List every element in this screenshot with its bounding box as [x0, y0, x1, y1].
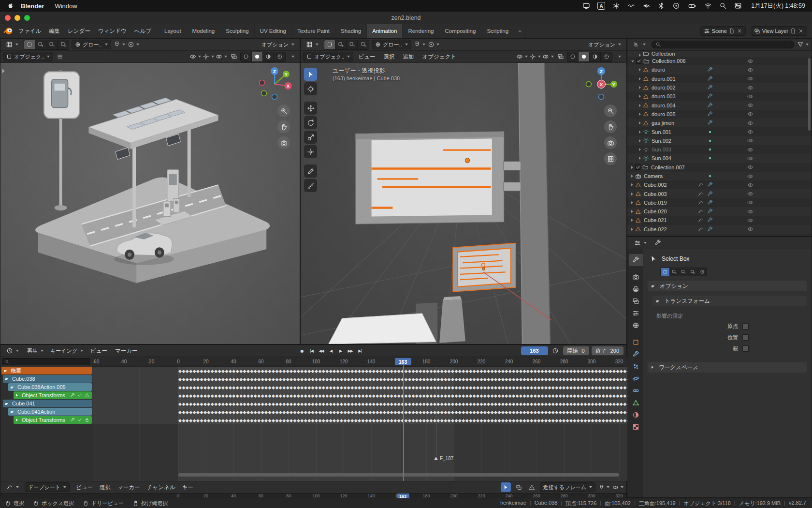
- visibility-dropdown[interactable]: [189, 52, 201, 61]
- record-dot-icon[interactable]: [672, 2, 680, 10]
- shading-wireframe[interactable]: [241, 52, 252, 61]
- dope-menu-ビュー[interactable]: ビュー: [72, 481, 96, 493]
- outliner-row-Camera[interactable]: Camera: [627, 172, 812, 180]
- outliner-row-Sun.002[interactable]: Sun.002: [627, 136, 812, 145]
- billboard-object[interactable]: [356, 132, 521, 224]
- wave-icon[interactable]: [627, 2, 635, 10]
- timeline-menu-キーイング[interactable]: キーイング: [47, 346, 86, 356]
- properties-tab-render[interactable]: [629, 271, 643, 283]
- workspace-tab-uv-editing[interactable]: UV Editing: [255, 24, 292, 38]
- dope-menu-選択[interactable]: 選択: [96, 481, 114, 493]
- expander-icon[interactable]: [631, 193, 633, 195]
- timeline-editor-type-button[interactable]: [3, 346, 22, 356]
- overlays-toggle[interactable]: [542, 52, 554, 61]
- shading-material-preview[interactable]: [590, 52, 601, 61]
- outliner-editor-type-button[interactable]: [630, 40, 649, 49]
- outliner-row-douro.004[interactable]: douro.004: [627, 101, 812, 109]
- snap-mode-dropdown[interactable]: 近接するフレーム: [540, 482, 595, 492]
- channel-Cube.041Action[interactable]: Cube.041Action: [8, 408, 92, 416]
- zoom-button[interactable]: [277, 105, 290, 117]
- visibility-eye-toggle[interactable]: [747, 147, 754, 153]
- battery-icon[interactable]: [687, 2, 697, 10]
- auto-key-toggle[interactable]: ●: [297, 347, 306, 355]
- object-mode-dropdown[interactable]: オブジェク..: [3, 52, 53, 61]
- visibility-eye-toggle[interactable]: [747, 58, 754, 64]
- tool-measure-button[interactable]: [304, 179, 317, 192]
- visibility-eye-toggle[interactable]: [747, 217, 754, 224]
- select-mode-new[interactable]: [661, 268, 670, 276]
- keyframe-row-Cube.041[interactable]: ◆◆◆◆◆◆◆◆◆◆◆◆◆◆◆◆◆◆◆◆◆◆◆◆◆◆◆◆◆◆◆◆◆◆◆◆◆◆◆◆…: [92, 400, 627, 408]
- ortho-toggle-button[interactable]: [604, 152, 617, 165]
- scene-selector[interactable]: Scene: [700, 26, 746, 36]
- select-mode-subtract[interactable]: [347, 40, 358, 49]
- viewport-left-canvas[interactable]: Z Y X: [0, 63, 300, 344]
- workspace-tab-texture-paint[interactable]: Texture Paint: [292, 24, 335, 38]
- shading-rendered[interactable]: [601, 52, 612, 61]
- outliner-row-Collection.006[interactable]: Collection.006: [627, 57, 812, 65]
- workspace-tab-animation[interactable]: Animation: [367, 24, 403, 38]
- outliner-row-Collection[interactable]: Collection: [627, 51, 812, 57]
- current-frame-badge[interactable]: 163: [395, 358, 411, 365]
- tool-scale-button[interactable]: [304, 131, 317, 144]
- editor-type-button[interactable]: [3, 40, 21, 49]
- small-sign-selected-object[interactable]: [453, 243, 516, 292]
- outliner-row-Sun.001[interactable]: Sun.001: [627, 127, 812, 136]
- channel-Cube.038Action.005[interactable]: Cube.038Action.005: [8, 383, 92, 391]
- properties-editor-type-button[interactable]: [631, 238, 650, 248]
- properties-tab-physics[interactable]: [629, 373, 643, 385]
- properties-tab-texture[interactable]: [629, 421, 643, 433]
- input-source-icon[interactable]: A: [597, 2, 605, 10]
- unlink-scene-icon[interactable]: [737, 28, 742, 34]
- gizmos-toggle[interactable]: [529, 52, 541, 61]
- visibility-eye-toggle[interactable]: [747, 75, 754, 82]
- orientation-dropdown[interactable]: グロー..: [372, 40, 411, 49]
- channel-expander-icon[interactable]: [5, 378, 8, 380]
- channel-expander-icon[interactable]: [11, 387, 14, 388]
- topbar-menu-ファイル[interactable]: ファイル: [14, 24, 45, 38]
- keyframe-region[interactable]: ◆◆◆◆◆◆◆◆◆◆◆◆◆◆◆◆◆◆◆◆◆◆◆◆◆◆◆◆◆◆◆◆◆◆◆◆◆◆◆◆…: [92, 357, 627, 481]
- current-frame-field[interactable]: 163: [521, 346, 548, 355]
- properties-tab-particles[interactable]: [629, 360, 643, 373]
- tool-options-dropdown[interactable]: オプション: [585, 40, 624, 49]
- keyframe-row-Object Transforms[interactable]: ◆◆◆◆◆◆◆◆◆◆◆◆◆◆◆◆◆◆◆◆◆◆◆◆◆◆◆◆◆◆◆◆◆◆◆◆◆◆◆◆…: [92, 391, 627, 400]
- visibility-eye-toggle[interactable]: [747, 129, 754, 135]
- snap-toggle-button[interactable]: [414, 40, 425, 49]
- add-workspace-tab-button[interactable]: +: [514, 24, 526, 38]
- viewport-right-canvas[interactable]: ユーザー・透視投影 (163) henkeimae | Cube.038 Z Y…: [301, 63, 626, 344]
- outliner-row-gas jimen[interactable]: gas jimen: [627, 119, 812, 127]
- horizontal-scrollbar[interactable]: [178, 473, 619, 477]
- channel-expander-icon[interactable]: [11, 411, 14, 413]
- timeline-menu-マーカー[interactable]: マーカー: [112, 345, 141, 357]
- navigation-gizmo[interactable]: Z Y X: [583, 66, 620, 103]
- shading-material-preview[interactable]: [263, 52, 274, 61]
- visibility-eye-toggle[interactable]: [747, 155, 754, 162]
- workspace-tab-modeling[interactable]: Modeling: [187, 24, 221, 38]
- snap-toggle[interactable]: [598, 482, 609, 492]
- outliner-row-douro[interactable]: douro: [627, 65, 812, 74]
- object-mode-dropdown[interactable]: オブジェク..: [303, 52, 353, 61]
- sound-muted-icon[interactable]: [642, 2, 650, 10]
- tool-rotate-button[interactable]: [304, 116, 317, 129]
- visibility-eye-toggle[interactable]: [747, 102, 754, 108]
- dope-menu-マーカー[interactable]: マーカー: [114, 481, 144, 493]
- sign-object[interactable]: [44, 71, 80, 210]
- channel-Object Transforms[interactable]: Object Transforms: [14, 391, 92, 399]
- expander-icon[interactable]: [639, 68, 641, 71]
- topbar-menu-編集[interactable]: 編集: [45, 24, 64, 38]
- frame-end-field[interactable]: 終了200: [592, 346, 624, 355]
- visibility-eye-toggle[interactable]: [747, 67, 754, 73]
- expander-icon[interactable]: [631, 219, 633, 222]
- control-center-icon[interactable]: [734, 2, 742, 10]
- channel-Cube.038[interactable]: Cube.038: [3, 375, 92, 383]
- menubar-clock[interactable]: 1月17日(火) 1:48:59: [751, 2, 805, 10]
- shading-rendered[interactable]: [274, 52, 285, 61]
- selected-only-toggle[interactable]: [501, 482, 511, 492]
- property-checkbox[interactable]: [742, 345, 749, 352]
- new-scene-icon[interactable]: [729, 28, 735, 34]
- outliner-row-Cube.020[interactable]: Cube.020: [627, 207, 812, 216]
- timeline-ruler[interactable]: -60-40-200204060801001201401601802002202…: [92, 357, 627, 367]
- expander-icon[interactable]: [631, 210, 633, 213]
- workspace-tab-rendering[interactable]: Rendering: [403, 24, 439, 38]
- expander-icon[interactable]: [639, 148, 641, 151]
- select-mode-extend[interactable]: [35, 40, 46, 49]
